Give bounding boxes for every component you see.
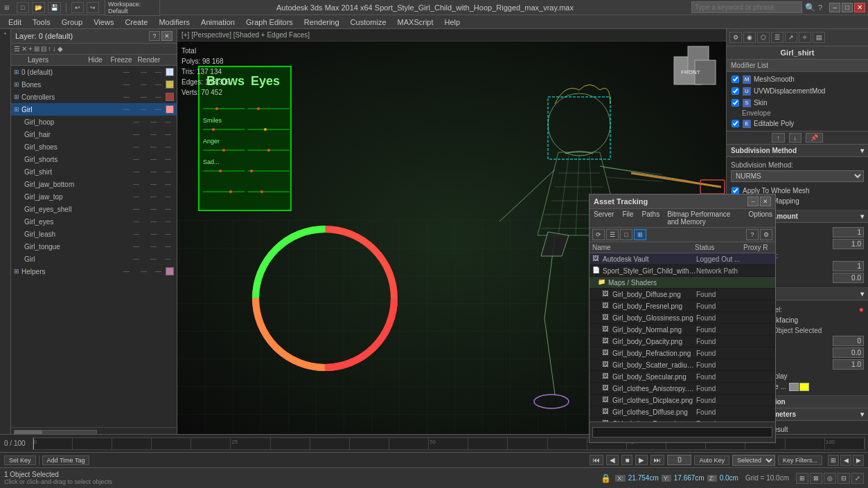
layer-item[interactable]: Girl_shirt — — — (11, 165, 177, 178)
at-tool-4-active[interactable]: ⊞ (634, 229, 646, 240)
cage-swatch-2[interactable] (799, 383, 809, 391)
layer-item[interactable]: Girl_tongue — — — (11, 240, 177, 253)
crease-input[interactable] (833, 347, 864, 358)
save-button[interactable]: 💾 (48, 2, 61, 13)
at-menu-server[interactable]: Server (590, 209, 618, 227)
modifier-uvw[interactable]: U UVWDisplacementMod (728, 85, 867, 97)
at-tool-2[interactable]: ☰ (606, 229, 619, 240)
menu-help[interactable]: Help (439, 17, 466, 28)
play-button[interactable]: ▶ (635, 455, 648, 465)
layers-panel-help[interactable]: ? (149, 31, 160, 41)
redo-button[interactable]: ↪ (87, 2, 99, 13)
layer-item[interactable]: Girl_hair — — — (11, 128, 177, 141)
at-menu-bitmap[interactable]: Bitmap Performance and Memory (664, 209, 745, 227)
at-row[interactable]: 🖼 Girl_clothes_Diffuse.png Found (590, 406, 775, 418)
layer-item[interactable]: Girl_eyes_shell — — — (11, 203, 177, 215)
layer-tool-3[interactable]: ⊞ (34, 45, 39, 53)
modifier-skin[interactable]: S Skin (728, 97, 867, 109)
layer-item[interactable]: ⊞ Helpers — — — (11, 265, 177, 278)
at-minimize[interactable]: – (747, 197, 759, 206)
subdivision-method-header[interactable]: Subdivision Method ▾ (727, 145, 868, 157)
nav-icon-2[interactable]: ⊠ (810, 473, 822, 484)
control-level-input[interactable] (833, 336, 864, 346)
at-menu-file[interactable]: File (618, 209, 637, 227)
layer-tool-1[interactable]: ☰ (14, 45, 20, 53)
modifier-uvw-cb[interactable] (732, 87, 738, 94)
play-reverse-button[interactable]: ◀ (606, 455, 619, 465)
at-row[interactable]: 🖼 Girl_body_Refraction.png Found (590, 347, 775, 359)
layer-item[interactable]: ⊞ Bones — — — (11, 78, 177, 91)
r-iter-input[interactable] (833, 261, 864, 271)
menu-create[interactable]: Create (119, 17, 153, 28)
menu-graph-editors[interactable]: Graph Editors (240, 17, 299, 28)
prev-frame-button[interactable]: ⏮ (590, 455, 603, 465)
at-row[interactable]: 🖼 Girl_body_Diffuse.png Found (590, 289, 775, 300)
layer-item[interactable]: Girl — — — (11, 253, 177, 265)
at-row[interactable]: 📁 Maps / Shaders (590, 277, 775, 289)
next-frame-button[interactable]: ⏭ (650, 455, 664, 465)
mod-arrow-down[interactable]: ↓ (789, 133, 802, 143)
at-row[interactable]: 🖼 Girl_body_Glossiness.png Found (590, 312, 775, 324)
new-button[interactable]: □ (17, 2, 29, 13)
mod-pin[interactable]: 📌 (806, 133, 823, 143)
set-key-button[interactable]: Set Key (4, 455, 36, 465)
nav-icon-1[interactable]: ⊞ (796, 473, 808, 484)
at-row[interactable]: 📄 Sport_Style_Girl_Child_with_Hoop_Rig..… (590, 265, 775, 277)
at-row[interactable]: 🖼 Girl_body_Normal.png Found (590, 324, 775, 336)
at-path-input[interactable] (592, 427, 772, 437)
smooth-input[interactable] (833, 239, 864, 249)
mod-arrow-up[interactable]: ↑ (772, 133, 785, 143)
layer-item[interactable]: Girl_shoes — — — (11, 141, 177, 153)
layer-tool-4[interactable]: ⊟ (41, 45, 46, 53)
modifier-editablepoly-cb[interactable] (732, 120, 738, 127)
layers-panel-close[interactable]: ✕ (161, 31, 172, 41)
minimize-button[interactable]: – (829, 3, 840, 12)
at-row[interactable]: 🖼 Girl_body_Scatter_radius.png Found (590, 359, 775, 371)
icon-btn-1[interactable]: + (3, 30, 7, 37)
layer-item[interactable]: Girl_leash — — — (11, 228, 177, 240)
menu-animation[interactable]: Animation (195, 17, 240, 28)
modifier-editablepoly[interactable]: E Editable Poly (728, 118, 867, 129)
layer-tool-7[interactable]: ◆ (57, 45, 63, 53)
layer-tool-5[interactable]: ↑ (48, 45, 51, 53)
at-tool-3[interactable]: □ (620, 229, 632, 240)
at-menu-paths[interactable]: Paths (638, 209, 664, 227)
iter-input[interactable] (833, 227, 864, 237)
key-filters-button[interactable]: Key Filters... (778, 455, 822, 465)
method-select[interactable]: NURMS (731, 170, 864, 182)
at-close[interactable]: ✕ (760, 197, 771, 206)
nav-icon-3[interactable]: ◎ (824, 473, 836, 484)
at-tool-help[interactable]: ? (746, 229, 759, 240)
nav-zoom-extent[interactable]: ⤢ (851, 473, 864, 484)
layer-tool-2[interactable]: ✕ (21, 45, 27, 53)
menu-rendering[interactable]: Rendering (299, 17, 345, 28)
layer-tool-add[interactable]: + (28, 45, 33, 53)
rp-icon-5[interactable]: ↗ (785, 32, 797, 43)
menu-customize[interactable]: Customize (345, 17, 392, 28)
cage-swatch-1[interactable] (789, 383, 799, 391)
rp-icon-6[interactable]: ✧ (799, 32, 811, 43)
layer-item[interactable]: ⊞ Girl — — — (11, 103, 177, 116)
layer-item[interactable]: Girl_eyes — — — (11, 215, 177, 228)
close-button[interactable]: ✕ (854, 3, 865, 12)
menu-views[interactable]: Views (88, 17, 119, 28)
add-time-tag-button[interactable]: Add Time Tag (42, 455, 90, 465)
menu-edit[interactable]: Edit (3, 17, 27, 28)
at-row[interactable]: 🖼 Girl_body_Opacity.png Found (590, 336, 775, 347)
layer-tool-6[interactable]: ↓ (53, 45, 56, 53)
auto-key-button[interactable]: Auto Key (694, 455, 729, 465)
at-menu-options[interactable]: Options (746, 209, 775, 227)
rp-icon-2[interactable]: ◉ (743, 32, 756, 43)
playback-icon-2[interactable]: ◀ (840, 455, 851, 466)
weight-input[interactable] (833, 359, 864, 370)
at-row[interactable]: 🖼 Autodesk Vault Logged Out ... (590, 253, 775, 265)
nav-icon-4[interactable]: ⊟ (838, 473, 850, 484)
modifier-meshsmooth[interactable]: M MeshSmooth (728, 73, 867, 85)
open-button[interactable]: 📂 (32, 2, 45, 13)
at-tool-refresh[interactable]: ⟳ (592, 229, 605, 240)
at-tool-settings[interactable]: ⚙ (760, 229, 772, 240)
search-input[interactable] (691, 1, 802, 13)
rp-icon-3[interactable]: ⬡ (757, 32, 770, 43)
layer-item[interactable]: Girl_shorts — — — (11, 153, 177, 165)
playback-icon-3[interactable]: ▶ (853, 455, 864, 466)
